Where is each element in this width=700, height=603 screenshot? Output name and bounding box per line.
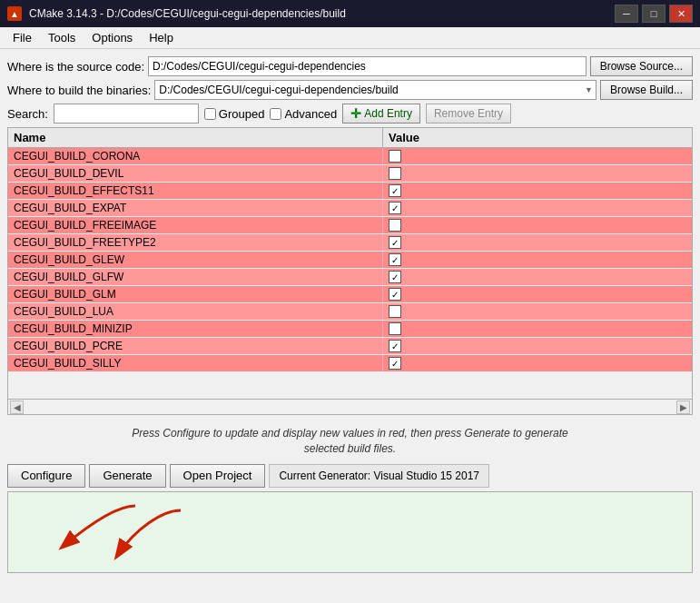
app-icon: ▲	[7, 6, 22, 21]
cell-value[interactable]: ✓	[383, 269, 692, 285]
open-project-button[interactable]: Open Project	[170, 464, 266, 488]
table-row[interactable]: CEGUI_BUILD_MINIZIP	[8, 321, 692, 338]
search-label: Search:	[7, 107, 48, 121]
cell-value[interactable]: ✓	[383, 338, 692, 354]
grouped-checkbox[interactable]	[204, 108, 216, 120]
remove-entry-button[interactable]: Remove Entry	[426, 104, 511, 124]
cell-checkbox[interactable]	[389, 219, 401, 232]
horizontal-scrollbar[interactable]: ◀ ▶	[7, 400, 693, 415]
output-area	[7, 491, 693, 573]
build-row: Where to build the binaries: D:/Codes/CE…	[7, 80, 693, 100]
cell-checkbox[interactable]	[389, 322, 401, 335]
scroll-right-arrow[interactable]: ▶	[676, 400, 690, 414]
status-text: Press Configure to update and display ne…	[132, 427, 567, 455]
table-header: Name Value	[8, 128, 692, 148]
table-row[interactable]: CEGUI_BUILD_DEVIL	[8, 165, 692, 183]
col-name-header: Name	[8, 128, 383, 147]
cell-value[interactable]	[383, 148, 692, 164]
table-row[interactable]: CEGUI_BUILD_GLM ✓	[8, 286, 692, 303]
menu-help[interactable]: Help	[142, 29, 181, 46]
grouped-checkbox-label[interactable]: Grouped	[204, 107, 265, 121]
window-controls: ─ □ ✕	[615, 5, 693, 23]
table-row[interactable]: CEGUI_BUILD_GLFW ✓	[8, 269, 692, 286]
menu-bar: File Tools Options Help	[0, 27, 700, 49]
search-input[interactable]	[54, 104, 199, 124]
cell-value[interactable]	[383, 165, 692, 182]
cell-name: CEGUI_BUILD_CORONA	[8, 148, 383, 164]
cell-name: CEGUI_BUILD_GLEW	[8, 252, 383, 268]
cell-name: CEGUI_BUILD_FREEIMAGE	[8, 217, 383, 233]
cell-value[interactable]: ✓	[383, 252, 692, 268]
arrow-svg	[44, 492, 226, 574]
table-row[interactable]: CEGUI_BUILD_FREEIMAGE	[8, 217, 692, 234]
cell-name: CEGUI_BUILD_GLFW	[8, 269, 383, 285]
advanced-checkbox-label[interactable]: Advanced	[270, 107, 337, 121]
cell-value[interactable]: ✓	[383, 286, 692, 302]
title-bar: ▲ CMake 3.14.3 - D:/Codes/CEGUI/cegui-ce…	[0, 0, 700, 27]
cell-checkbox[interactable]: ✓	[389, 253, 401, 266]
generate-button[interactable]: Generate	[89, 464, 165, 488]
cell-checkbox[interactable]: ✓	[389, 340, 401, 352]
cell-checkbox[interactable]	[389, 305, 401, 318]
scroll-left-arrow[interactable]: ◀	[10, 400, 24, 414]
cell-value[interactable]: ✓	[383, 234, 692, 251]
menu-file[interactable]: File	[5, 29, 39, 46]
cell-value[interactable]: ✓	[383, 183, 692, 199]
cell-checkbox[interactable]: ✓	[389, 288, 401, 301]
menu-tools[interactable]: Tools	[41, 29, 83, 46]
table-body: CEGUI_BUILD_CORONA CEGUI_BUILD_DEVIL CEG…	[8, 148, 692, 372]
cell-value[interactable]	[383, 217, 692, 233]
bottom-buttons: Configure Generate Open Project Current …	[0, 460, 700, 491]
maximize-button[interactable]: □	[642, 5, 665, 23]
table-row[interactable]: CEGUI_BUILD_EFFECTS11 ✓	[8, 183, 692, 200]
build-path-select[interactable]: D:/Codes/CEGUI/cegui-cegui-dependencies/…	[154, 80, 596, 100]
cell-value[interactable]	[383, 321, 692, 337]
cell-value[interactable]: ✓	[383, 200, 692, 216]
table-wrapper: Name Value CEGUI_BUILD_CORONA CEGUI_BUIL…	[7, 127, 693, 400]
cell-name: CEGUI_BUILD_PCRE	[8, 338, 383, 354]
advanced-checkbox[interactable]	[270, 108, 281, 120]
table-row[interactable]: CEGUI_BUILD_LUA	[8, 303, 692, 321]
table-row[interactable]: CEGUI_BUILD_EXPAT ✓	[8, 200, 692, 217]
table-row[interactable]: CEGUI_BUILD_SILLY ✓	[8, 355, 692, 372]
table-row[interactable]: CEGUI_BUILD_CORONA	[8, 148, 692, 165]
plus-icon: ✛	[350, 106, 361, 121]
main-content: Where is the source code: Browse Source.…	[0, 49, 700, 422]
cell-checkbox[interactable]: ✓	[389, 271, 401, 283]
cell-value[interactable]: ✓	[383, 355, 692, 371]
source-input[interactable]	[148, 56, 587, 76]
cell-name: CEGUI_BUILD_FREETYPE2	[8, 234, 383, 251]
build-label: Where to build the binaries:	[7, 84, 151, 97]
search-row: Search: Grouped Advanced ✛ Add Entry Rem…	[7, 104, 693, 124]
generator-label: Current Generator: Visual Studio 15 2017	[269, 464, 489, 488]
cell-checkbox[interactable]: ✓	[389, 202, 401, 214]
table-row[interactable]: CEGUI_BUILD_PCRE ✓	[8, 338, 692, 355]
add-entry-button[interactable]: ✛ Add Entry	[342, 104, 420, 124]
browse-build-button[interactable]: Browse Build...	[600, 80, 693, 100]
source-label: Where is the source code:	[7, 60, 144, 74]
table-row[interactable]: CEGUI_BUILD_GLEW ✓	[8, 252, 692, 269]
browse-source-button[interactable]: Browse Source...	[590, 56, 693, 76]
cell-name: CEGUI_BUILD_EFFECTS11	[8, 183, 383, 199]
table-row[interactable]: CEGUI_BUILD_FREETYPE2 ✓	[8, 234, 692, 252]
col-value-header: Value	[383, 128, 692, 147]
cell-checkbox[interactable]: ✓	[389, 184, 401, 197]
cell-name: CEGUI_BUILD_DEVIL	[8, 165, 383, 182]
cell-checkbox[interactable]	[389, 150, 401, 163]
cell-name: CEGUI_BUILD_EXPAT	[8, 200, 383, 216]
table-scroll[interactable]: Name Value CEGUI_BUILD_CORONA CEGUI_BUIL…	[8, 128, 692, 399]
cell-name: CEGUI_BUILD_LUA	[8, 303, 383, 320]
cell-checkbox[interactable]	[389, 167, 401, 180]
cell-name: CEGUI_BUILD_GLM	[8, 286, 383, 302]
menu-options[interactable]: Options	[84, 29, 140, 46]
source-row: Where is the source code: Browse Source.…	[7, 56, 693, 76]
window-title: CMake 3.14.3 - D:/Codes/CEGUI/cegui-cegu…	[29, 7, 346, 20]
close-button[interactable]: ✕	[669, 5, 693, 23]
configure-button[interactable]: Configure	[7, 464, 85, 488]
cell-value[interactable]	[383, 303, 692, 320]
cell-name: CEGUI_BUILD_MINIZIP	[8, 321, 383, 337]
cell-checkbox[interactable]: ✓	[389, 236, 401, 249]
cell-checkbox[interactable]: ✓	[389, 357, 401, 370]
minimize-button[interactable]: ─	[615, 5, 638, 23]
status-bar: Press Configure to update and display ne…	[0, 422, 700, 460]
